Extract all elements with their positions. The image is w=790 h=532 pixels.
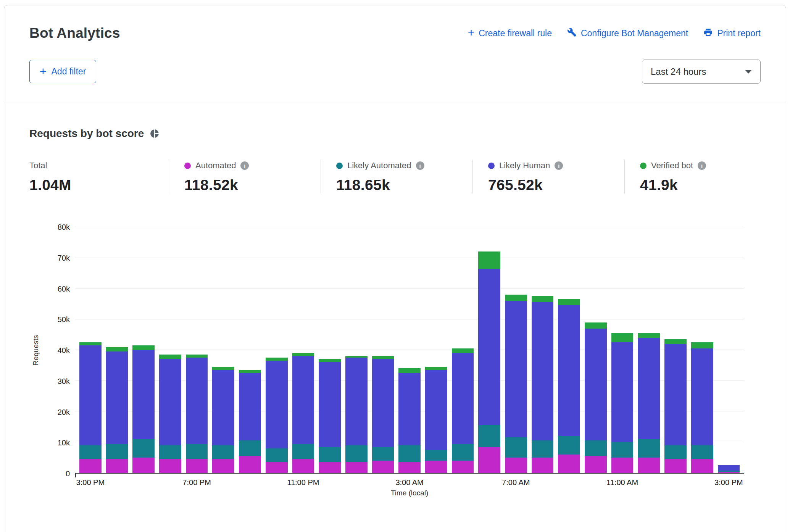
bar[interactable] bbox=[132, 227, 155, 473]
bar-segment-automated bbox=[319, 462, 341, 473]
print-report-link[interactable]: Print report bbox=[703, 27, 761, 39]
x-axis-cell bbox=[638, 474, 660, 489]
bar[interactable] bbox=[718, 227, 740, 473]
add-filter-button[interactable]: + Add filter bbox=[29, 60, 96, 83]
bar-segment-verified-bot bbox=[319, 359, 341, 362]
bar-segment-likely-human bbox=[505, 301, 527, 437]
bar[interactable] bbox=[425, 227, 447, 473]
bar[interactable] bbox=[558, 227, 580, 473]
y-tick-label: 60k bbox=[58, 284, 70, 293]
bar-segment-likely-automated bbox=[106, 444, 128, 459]
x-tick-label: 11:00 AM bbox=[606, 478, 638, 487]
x-axis-cell bbox=[345, 474, 368, 489]
bar[interactable] bbox=[345, 227, 368, 473]
info-icon[interactable]: i bbox=[698, 161, 706, 170]
bar-segment-verified-bot bbox=[239, 370, 261, 373]
bar[interactable] bbox=[106, 227, 128, 473]
bar-segment-verified-bot bbox=[558, 299, 580, 305]
x-axis-cell: 11:00 AM bbox=[611, 474, 634, 489]
bar-segment-likely-human bbox=[611, 342, 634, 442]
bar-segment-likely-human bbox=[452, 353, 474, 443]
bar[interactable] bbox=[159, 227, 181, 473]
printer-icon bbox=[703, 27, 713, 39]
bar-segment-likely-automated bbox=[292, 444, 314, 459]
x-axis-cell bbox=[691, 474, 713, 489]
bar-segment-likely-human bbox=[319, 362, 341, 447]
bar[interactable] bbox=[239, 227, 261, 473]
bar[interactable] bbox=[478, 227, 500, 473]
x-tick-label: 3:00 AM bbox=[395, 478, 423, 487]
y-tick-label: 70k bbox=[58, 253, 70, 262]
bar[interactable] bbox=[292, 227, 314, 473]
x-axis-cell bbox=[425, 474, 447, 489]
page-title: Bot Analytics bbox=[29, 25, 120, 41]
bar-segment-verified-bot bbox=[638, 333, 660, 338]
bar[interactable] bbox=[532, 227, 554, 473]
bar-segment-likely-human bbox=[345, 358, 368, 445]
bar-segment-likely-automated bbox=[212, 445, 234, 459]
bar-segment-automated bbox=[239, 456, 261, 473]
bar-segment-likely-automated bbox=[532, 440, 554, 457]
stat-likely-automated: Likely Automated i 118.65k bbox=[321, 160, 472, 193]
add-filter-label: Add filter bbox=[52, 66, 86, 77]
bar-segment-likely-human bbox=[79, 345, 102, 445]
bar-segment-likely-automated bbox=[505, 437, 527, 457]
create-firewall-rule-link[interactable]: + Create firewall rule bbox=[468, 27, 552, 39]
bar[interactable] bbox=[186, 227, 208, 473]
bar[interactable] bbox=[79, 227, 102, 473]
stat-verified-bot-value: 41.9k bbox=[640, 177, 761, 193]
bar[interactable] bbox=[398, 227, 421, 473]
bar[interactable] bbox=[691, 227, 713, 473]
bar-segment-likely-automated bbox=[186, 444, 208, 459]
bar-segment-automated bbox=[345, 462, 368, 473]
x-axis-cell: 3:00 PM bbox=[79, 474, 102, 489]
bar[interactable] bbox=[452, 227, 474, 473]
bar-segment-automated bbox=[532, 458, 554, 473]
bar[interactable] bbox=[611, 227, 634, 473]
bar[interactable] bbox=[372, 227, 394, 473]
time-range-select[interactable]: Last 24 hours bbox=[642, 60, 761, 84]
wrench-icon bbox=[567, 27, 577, 39]
bar[interactable] bbox=[585, 227, 607, 473]
stats-row: Total 1.04M Automated i 118.52k Likely A… bbox=[29, 160, 761, 193]
bar-segment-verified-bot bbox=[186, 355, 208, 358]
bar-segment-likely-human bbox=[132, 350, 155, 439]
bar[interactable] bbox=[638, 227, 660, 473]
bar-segment-likely-human bbox=[532, 302, 554, 440]
bar-segment-likely-automated bbox=[425, 450, 447, 461]
plot-area bbox=[75, 227, 744, 474]
bar[interactable] bbox=[266, 227, 288, 473]
bar-segment-likely-automated bbox=[266, 448, 288, 462]
bar[interactable] bbox=[505, 227, 527, 473]
header-actions: + Create firewall rule Configure Bot Man… bbox=[468, 27, 761, 39]
bar-segment-verified-bot bbox=[132, 345, 155, 350]
bar-segment-verified-bot bbox=[425, 367, 447, 370]
x-axis-cell bbox=[372, 474, 394, 489]
configure-bot-management-link[interactable]: Configure Bot Management bbox=[567, 27, 688, 39]
plus-icon: + bbox=[40, 66, 47, 77]
bar[interactable] bbox=[319, 227, 341, 473]
info-icon[interactable]: i bbox=[416, 161, 424, 170]
x-axis-cell bbox=[319, 474, 341, 489]
bar-segment-automated bbox=[691, 459, 713, 473]
bar-segment-automated bbox=[186, 459, 208, 473]
bar-segment-verified-bot bbox=[585, 322, 607, 329]
info-icon[interactable]: i bbox=[240, 161, 249, 170]
print-report-label: Print report bbox=[717, 28, 761, 39]
bar-segment-verified-bot bbox=[159, 355, 181, 359]
bar[interactable] bbox=[664, 227, 687, 473]
x-tick-label: 7:00 PM bbox=[182, 478, 211, 487]
y-tick-label: 0 bbox=[66, 469, 70, 478]
info-icon[interactable]: i bbox=[555, 161, 563, 170]
y-axis-title: Requests bbox=[29, 227, 42, 474]
stat-total-value: 1.04M bbox=[29, 177, 169, 193]
configure-bot-management-label: Configure Bot Management bbox=[581, 28, 688, 39]
bar-segment-verified-bot bbox=[691, 342, 713, 348]
x-tick-label: 11:00 PM bbox=[287, 478, 319, 487]
y-tick-label: 40k bbox=[58, 346, 70, 355]
bar[interactable] bbox=[212, 227, 234, 473]
x-axis-cell bbox=[266, 474, 288, 489]
bar-segment-automated bbox=[159, 459, 181, 473]
x-axis-cell bbox=[558, 474, 580, 489]
stat-total: Total 1.04M bbox=[29, 160, 169, 193]
